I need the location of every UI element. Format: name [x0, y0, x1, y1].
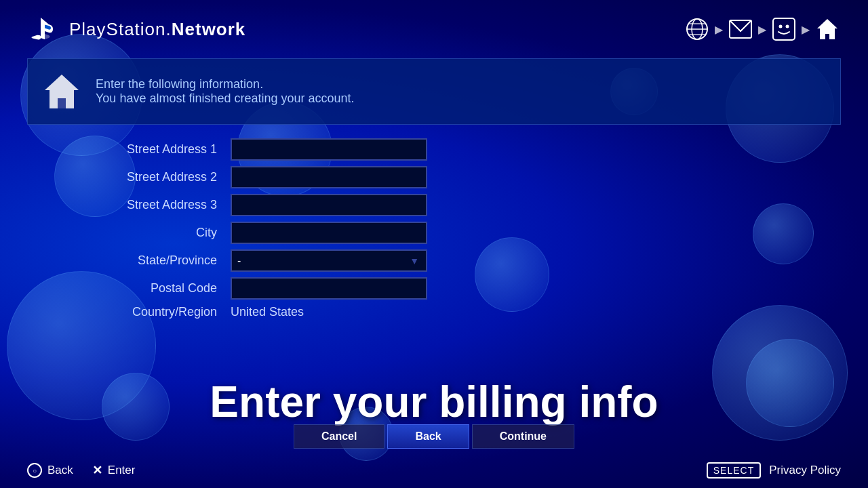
street-address-1-label: Street Address 1 [27, 142, 217, 157]
playstation-icon [27, 12, 61, 46]
info-bar: Enter the following information. You hav… [27, 58, 841, 125]
postal-code-input[interactable] [231, 277, 427, 300]
back-control-label: Back [47, 464, 73, 477]
city-label: City [27, 226, 217, 240]
privacy-section: SELECT Privacy Policy [707, 462, 841, 479]
continue-button[interactable]: Continue [472, 424, 574, 449]
country-region-value: United States [231, 305, 304, 319]
circle-icon: ○ [27, 463, 42, 478]
postal-code-label: Postal Code [27, 281, 217, 296]
header: PlayStation.Network ▶ [0, 0, 868, 53]
select-badge: SELECT [707, 462, 761, 479]
home-icon [814, 16, 841, 43]
nav-icons: ▶ ▶ ▶ [684, 16, 841, 43]
postal-code-row: Postal Code [27, 277, 841, 300]
state-province-label: State/Province [27, 253, 217, 268]
enter-control-label: Enter [108, 464, 136, 477]
form-area: Street Address 1 Street Address 2 Street… [27, 138, 841, 325]
arrow-2: ▶ [758, 23, 766, 36]
svg-point-8 [786, 25, 789, 28]
info-line1: Enter the following information. [96, 77, 355, 92]
street-address-3-input[interactable] [231, 194, 427, 216]
globe-icon [684, 16, 711, 43]
bottom-buttons: Cancel Back Continue [294, 424, 574, 449]
bottom-controls: ○ Back ✕ Enter [27, 463, 135, 478]
state-province-row: State/Province - Alabama Alaska Arizona … [27, 249, 841, 272]
state-province-select[interactable]: - Alabama Alaska Arizona California Colo… [231, 249, 427, 272]
city-input[interactable] [231, 222, 427, 244]
psn-logo: PlayStation.Network [27, 12, 245, 46]
email-icon [727, 16, 754, 43]
back-button[interactable]: Back [387, 424, 469, 449]
arrow-3: ▶ [802, 23, 810, 36]
arrow-1: ▶ [715, 23, 723, 36]
country-region-label: Country/Region [27, 305, 217, 319]
privacy-policy-label: Privacy Policy [769, 464, 841, 477]
overlay-text: Enter your billing info [0, 377, 868, 427]
svg-rect-11 [58, 98, 66, 108]
enter-control: ✕ Enter [92, 463, 136, 478]
house-icon [41, 71, 82, 112]
street-address-2-input[interactable] [231, 166, 427, 188]
psn-title: PlayStation.Network [69, 19, 245, 40]
cancel-button[interactable]: Cancel [294, 424, 384, 449]
street-address-1-input[interactable] [231, 138, 427, 161]
city-row: City [27, 222, 841, 244]
street-address-1-row: Street Address 1 [27, 138, 841, 161]
info-line2: You have almost finished creating your a… [96, 92, 355, 106]
bottom-bar: ○ Back ✕ Enter SELECT Privacy Policy [0, 462, 868, 479]
street-address-2-row: Street Address 2 [27, 166, 841, 188]
x-icon: ✕ [92, 463, 102, 478]
street-address-3-label: Street Address 3 [27, 198, 217, 212]
svg-marker-9 [817, 19, 837, 39]
street-address-2-label: Street Address 2 [27, 170, 217, 184]
state-province-wrapper: - Alabama Alaska Arizona California Colo… [231, 249, 427, 272]
back-control: ○ Back [27, 463, 73, 478]
face-icon [770, 16, 797, 43]
country-region-row: Country/Region United States [27, 305, 841, 319]
svg-rect-6 [773, 18, 795, 40]
svg-point-7 [779, 25, 783, 28]
street-address-3-row: Street Address 3 [27, 194, 841, 216]
